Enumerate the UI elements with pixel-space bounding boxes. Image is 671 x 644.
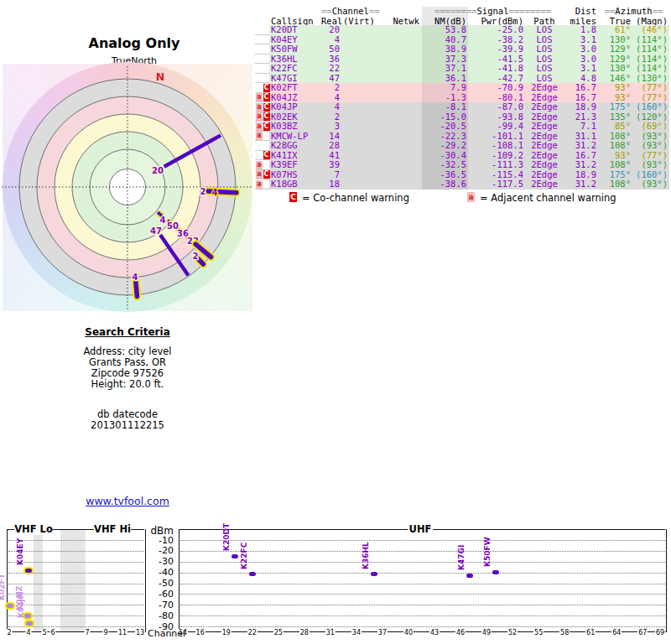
adjacent-channel-warning-icon: a: [256, 93, 263, 101]
channel-axis-label: Channel: [148, 628, 179, 639]
channel-tick-label: 58: [559, 629, 570, 636]
cell-callsign: K03BZ: [269, 122, 321, 132]
gridline: [180, 615, 665, 616]
signal-bar: [7, 604, 13, 608]
table-row: aK39EF39-32.5-111.32Edge31.2108°(93°): [255, 160, 669, 170]
vhf-hi-band-label: VHF Hi: [94, 523, 131, 535]
tvfool-link[interactable]: www.tvfool.com: [86, 495, 169, 507]
gridline: [8, 540, 144, 541]
cell-az-true: 108°: [598, 179, 632, 190]
radar-signal-capsule: [219, 192, 237, 193]
signal-bar: [26, 621, 33, 626]
channel-tick-label: 25: [273, 629, 283, 636]
cell-az-true: 129°: [598, 44, 632, 55]
radar-channel-label: 20: [152, 166, 164, 175]
cell-virt: [341, 83, 372, 93]
cell-pwr: -39.9: [468, 44, 525, 55]
channel-tick-label: 67: [637, 629, 648, 636]
gridline: [180, 605, 665, 605]
dbm-tick-label: -60: [134, 589, 174, 600]
channel-tick-label: 16: [195, 629, 205, 636]
adjacent-channel-warning-icon: a: [256, 112, 263, 121]
channel-tick-label: 7: [84, 629, 90, 636]
criteria-height: Height: 20.0 ft.: [27, 378, 228, 389]
co-channel-warning-icon: C: [263, 170, 270, 179]
gridline: [180, 626, 665, 627]
cell-pwr: -70.9: [468, 83, 525, 93]
channel-tick-label: 22: [247, 629, 257, 636]
cell-real: 3: [321, 122, 341, 132]
table-header-row-1: ==Channel== ========Signal======== Dist …: [269, 7, 669, 17]
gridline: [8, 594, 144, 595]
header-azimuth: ==Azimuth==: [598, 7, 669, 17]
cell-virt: [341, 74, 372, 84]
cell-netwk: [372, 44, 422, 55]
cell-virt: [341, 122, 372, 132]
dbm-tick-label: -10: [134, 535, 174, 546]
cell-nm: 7.9: [422, 83, 468, 93]
cell-nm: -38.6: [422, 179, 468, 190]
radar-channel-label: 2: [193, 252, 199, 261]
cell-netwk: [372, 74, 422, 84]
adjacent-channel-warning-icon: a: [256, 180, 263, 189]
cell-path: 2Edge: [525, 179, 564, 190]
cell-virt: [341, 55, 372, 65]
adjacent-channel-warning-icon: a: [256, 122, 263, 131]
cell-callsign: K22FC: [269, 64, 321, 74]
gridline: [180, 594, 665, 595]
cell-real: 22: [321, 64, 341, 74]
cell-virt: [341, 132, 372, 142]
signal-callsign-label: K20DT: [222, 523, 231, 551]
channel-tick-label: 64: [611, 629, 622, 636]
gridline: [8, 605, 144, 605]
radar-channel-label: 4: [160, 216, 166, 225]
co-channel-warning-icon: C: [263, 122, 270, 131]
search-criteria-title: Search Criteria: [27, 326, 228, 338]
cell-path: LOS: [525, 64, 564, 74]
cell-netwk: [372, 179, 422, 190]
adjacent-channel-warning-icon: a: [256, 170, 263, 179]
cell-nm: 37.1: [422, 64, 468, 74]
table-row: K20DT2053.8-25.0LOS1.861°(46°): [255, 25, 669, 35]
cell-dist: 1.8: [564, 25, 598, 35]
gridline: [8, 562, 144, 563]
cell-virt: [341, 35, 372, 45]
co-channel-warning-icon: C: [263, 93, 270, 101]
table-row: aK18GB18-38.6-117.52Edge31.2108°(93°): [255, 179, 669, 190]
cell-az-true: 85°: [598, 122, 632, 132]
cell-dist: 18.9: [564, 102, 598, 112]
channel-tick-label: 31: [325, 629, 336, 636]
signal-bar: [371, 572, 377, 576]
channel-tick-label: 46: [455, 629, 466, 636]
dbm-tick-label: -80: [134, 610, 174, 621]
gridline: [180, 562, 665, 563]
co-channel-legend-text: = Co-channel warning: [302, 192, 409, 204]
gridline: [8, 551, 144, 552]
cell-az-magn: (160°): [632, 102, 669, 112]
table-row: K50FW5038.9-39.9LOS3.0129°(114°): [255, 44, 669, 55]
adjacent-channel-warning-icon: a: [256, 161, 263, 169]
cell-nm: -20.5: [422, 122, 468, 132]
cell-netwk: [372, 151, 422, 161]
dbm-tick-label: -30: [134, 556, 174, 567]
table-row: CK02FT27.9-70.92Edge16.793°(77°): [255, 83, 669, 93]
channel-tick-label: 52: [507, 629, 518, 636]
channel-tick-label: 55: [533, 629, 544, 636]
channel-tick-label: 6: [49, 629, 55, 636]
db-datecode-value: 201301112215: [27, 419, 228, 430]
cell-az-true: 175°: [598, 102, 632, 112]
signal-bar: [24, 614, 31, 618]
signal-bar: [231, 554, 238, 558]
cell-netwk: [372, 122, 422, 132]
co-channel-warning-icon: C: [263, 112, 270, 121]
cell-netwk: [372, 93, 422, 103]
gridline: [8, 626, 144, 627]
cell-nm: 53.8: [422, 25, 468, 35]
vhf-lo-band-label: VHF Lo: [14, 523, 53, 535]
header-dist: Dist: [564, 7, 598, 17]
radar-signal-capsule: [136, 283, 138, 297]
channel-tick-label: 4: [25, 629, 31, 636]
cell-netwk: [372, 25, 422, 35]
co-channel-legend-icon: C: [289, 192, 297, 202]
cell-path: 2Edge: [525, 122, 564, 132]
